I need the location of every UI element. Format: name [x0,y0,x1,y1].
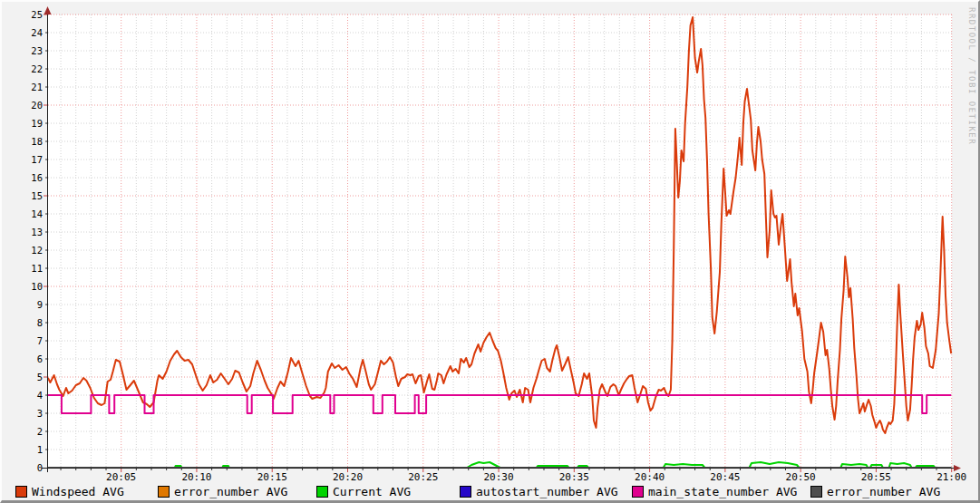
legend-label: Windspeed AVG [32,485,124,498]
x-axis-label: 20:10 [181,471,211,483]
y-axis-label: 15 [31,190,43,201]
legend-label: error_number AVG [174,485,287,498]
y-axis-label: 12 [31,245,43,256]
y-axis-label: 7 [37,335,43,346]
y-axis-label: 5 [37,372,43,382]
legend-label: main_state_number AVG [648,485,797,498]
legend: Windspeed AVGerror_number AVGCurrent AVG… [2,485,978,501]
legend-swatch-icon [316,486,328,498]
legend-item-error_number-avg: error_number AVG [810,485,940,498]
x-axis-label: 20:25 [408,471,438,483]
legend-swatch-icon [460,486,471,498]
y-axis-label: 23 [31,45,43,56]
legend-swatch-icon [158,486,170,498]
legend-item-windspeed-avg: Windspeed AVG [15,485,124,498]
x-axis-label: 20:15 [257,471,287,483]
legend-label: error_number AVG [827,485,940,498]
x-axis-label: 20:40 [635,471,665,483]
legend-swatch-icon [632,486,644,498]
y-axis-label: 4 [37,390,43,401]
legend-swatch-icon [810,486,822,498]
y-axis-label: 11 [31,263,43,274]
y-axis-label: 3 [37,408,43,419]
y-axis-label: 9 [37,299,43,310]
y-axis-label: 19 [31,118,43,129]
x-axis-label: 20:05 [106,471,136,483]
y-axis-label: 16 [31,172,43,183]
legend-item-current-avg: Current AVG [316,485,411,498]
y-axis-label: 20 [31,100,43,111]
y-axis-label: 13 [31,227,43,237]
x-axis-label: 20:45 [710,471,740,483]
y-axis-label: 2 [37,426,43,437]
legend-label: autostart_number AVG [476,485,618,498]
watermark-text: RRDTOOL / TOBI OETIKER [967,7,976,145]
x-axis-label: 20:55 [861,471,891,483]
legend-item-autostart_number-avg: autostart_number AVG [460,485,618,498]
legend-label: Current AVG [333,485,411,498]
rrdtool-graph: 0123456789101112131415161718192021222324… [0,0,980,503]
x-axis-label: 20:50 [786,471,816,483]
chart-canvas: 0123456789101112131415161718192021222324… [0,0,980,503]
y-axis-label: 17 [31,154,43,165]
legend-item-error_number-avg: error_number AVG [158,485,287,498]
y-axis-arrow-icon [44,6,52,15]
y-axis-label: 14 [31,208,43,219]
y-axis-label: 8 [37,317,43,328]
y-axis-label: 21 [31,82,43,92]
y-axis-label: 0 [37,462,43,473]
y-axis-label: 18 [31,136,43,147]
y-axis-label: 25 [31,9,43,20]
x-axis-label: 20:20 [333,471,363,483]
legend-swatch-icon [15,486,27,498]
y-axis-label: 22 [31,63,43,74]
x-axis-label: 20:30 [483,471,513,483]
x-axis-label: 21:00 [936,471,966,483]
y-axis-label: 10 [31,281,43,292]
y-axis-label: 6 [37,353,43,364]
y-axis-label: 1 [37,444,43,455]
legend-item-main_state_number-avg: main_state_number AVG [632,485,797,498]
plot-area [48,15,952,468]
y-axis-label: 24 [31,27,43,38]
x-axis-label: 20:35 [559,471,589,483]
